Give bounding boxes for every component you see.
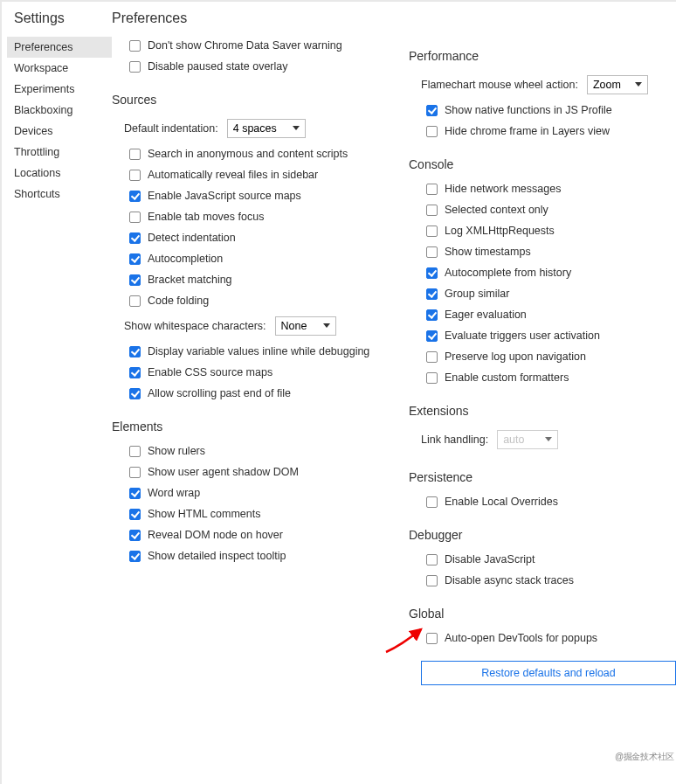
sources-label-0: Search in anonymous and content scripts [148,148,348,160]
elements-checkbox-3[interactable] [129,509,141,520]
sources-checkbox-7[interactable] [129,295,141,307]
persist-checkbox-0[interactable] [426,496,438,508]
section-extensions: Extensions [409,404,676,418]
perf-label-1: Hide chrome frame in Layers view [445,125,610,137]
sources-checkbox-2[interactable] [129,191,141,202]
console-label-6: Eager evaluation [445,309,527,321]
appearance-checkbox-1[interactable] [129,61,141,73]
section-console: Console [409,157,676,171]
console-checkbox-0[interactable] [426,184,438,195]
whitespace-select[interactable]: None [275,316,336,336]
elements-label-1: Show user agent shadow DOM [148,466,299,478]
section-persistence: Persistence [409,470,676,484]
sources-checkbox-4[interactable] [129,232,141,244]
link-select[interactable]: auto [497,430,558,449]
console-label-0: Hide network messages [445,183,561,195]
debugger-checkbox-0[interactable] [426,554,438,565]
indent-select[interactable]: 4 spaces [227,119,306,138]
debugger-label-0: Disable JavaScript [445,553,535,565]
section-performance: Performance [409,49,676,63]
sources-checkbox-1[interactable] [129,170,141,181]
sidebar: Settings PreferencesWorkspaceExperiments… [2,2,112,784]
perf-checkbox-0[interactable] [426,105,438,116]
console-checkbox-3[interactable] [426,246,438,258]
sources-checkbox-3[interactable] [129,212,141,223]
global-checkbox-0[interactable] [426,633,438,644]
appearance-label-0: Don't show Chrome Data Saver warning [148,39,342,52]
wheel-select[interactable]: Zoom [587,75,648,94]
sidebar-item-throttling[interactable]: Throttling [7,142,112,163]
appearance-checkbox-0[interactable] [129,40,141,52]
wheel-label: Flamechart mouse wheel action: [421,79,578,91]
sidebar-item-blackboxing[interactable]: Blackboxing [7,100,112,121]
console-label-4: Autocomplete from history [445,267,571,279]
sources-checkbox-0[interactable] [129,149,141,160]
sources-checkbox-5[interactable] [129,253,141,265]
sources-label-3: Enable tab moves focus [148,211,264,223]
appearance-label-1: Disable paused state overlay [148,60,288,73]
sources-label-7: Code folding [148,295,209,307]
elements-checkbox-2[interactable] [129,488,141,499]
perf-label-0: Show native functions in JS Profile [445,104,612,116]
global-label-0: Auto-open DevTools for popups [445,632,597,644]
console-checkbox-2[interactable] [426,225,438,237]
link-label: Link handling: [421,434,488,446]
elements-checkbox-5[interactable] [129,551,141,562]
page-title: Preferences [112,10,409,26]
watermark: @掘金技术社区 [615,751,674,763]
persist-label-0: Enable Local Overrides [445,496,558,508]
console-label-7: Evaluate triggers user activation [445,330,600,342]
elements-label-4: Reveal DOM node on hover [148,529,283,541]
sources2-label-2: Allow scrolling past end of file [148,387,291,399]
debugger-label-1: Disable async stack traces [445,574,574,586]
console-checkbox-4[interactable] [426,267,438,279]
console-checkbox-6[interactable] [426,309,438,321]
sources-checkbox-6[interactable] [129,274,141,286]
console-label-1: Selected context only [445,204,548,216]
console-checkbox-9[interactable] [426,372,438,384]
console-checkbox-8[interactable] [426,351,438,363]
console-label-8: Preserve log upon navigation [445,350,586,363]
sources-label-5: Autocompletion [148,253,223,265]
restore-button[interactable]: Restore defaults and reload [421,661,676,685]
sources-label-4: Detect indentation [148,232,236,244]
console-checkbox-1[interactable] [426,205,438,216]
elements-label-2: Word wrap [148,487,200,499]
console-checkbox-7[interactable] [426,330,438,342]
elements-label-3: Show HTML comments [148,508,260,520]
sidebar-item-shortcuts[interactable]: Shortcuts [7,184,112,205]
sources-label-1: Automatically reveal files in sidebar [148,169,318,181]
sources2-label-1: Enable CSS source maps [148,366,272,378]
elements-label-0: Show rulers [148,445,205,457]
elements-checkbox-1[interactable] [129,467,141,478]
sources2-checkbox-0[interactable] [129,346,141,357]
perf-checkbox-1[interactable] [426,126,438,137]
sidebar-item-experiments[interactable]: Experiments [7,79,112,100]
sources-label-6: Bracket matching [148,274,232,286]
sidebar-item-locations[interactable]: Locations [7,163,112,184]
section-global: Global [409,607,676,621]
section-debugger: Debugger [409,528,676,542]
debugger-checkbox-1[interactable] [426,575,438,586]
sources2-label-0: Display variable values inline while deb… [148,345,369,357]
elements-checkbox-4[interactable] [129,530,141,541]
section-sources: Sources [112,93,409,107]
elements-checkbox-0[interactable] [129,446,141,457]
console-label-9: Enable custom formatters [445,371,569,384]
indent-label: Default indentation: [124,122,218,135]
console-label-5: Group similar [445,288,509,300]
whitespace-label: Show whitespace characters: [124,320,266,332]
sidebar-item-devices[interactable]: Devices [7,121,112,142]
console-label-2: Log XMLHttpRequests [445,225,555,237]
sidebar-item-workspace[interactable]: Workspace [7,58,112,79]
section-elements: Elements [112,420,409,434]
elements-label-5: Show detailed inspect tooltip [148,550,286,562]
sources-label-2: Enable JavaScript source maps [148,190,301,202]
sources2-checkbox-2[interactable] [129,388,141,399]
sidebar-item-preferences[interactable]: Preferences [7,37,112,58]
sources2-checkbox-1[interactable] [129,367,141,378]
settings-title: Settings [14,10,112,26]
console-checkbox-5[interactable] [426,288,438,300]
console-label-3: Show timestamps [445,246,531,258]
